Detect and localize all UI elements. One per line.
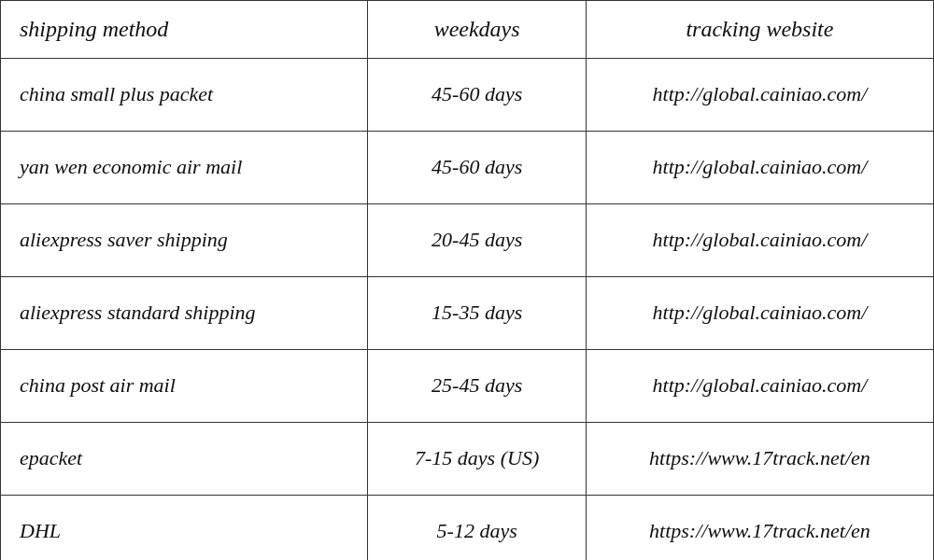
weekdays-cell: 15-35 days bbox=[368, 277, 586, 350]
weekdays-cell: 25-45 days bbox=[368, 350, 586, 423]
tracking-website-cell: https://www.17track.net/en bbox=[586, 423, 933, 496]
table-row: aliexpress saver shipping20-45 dayshttp:… bbox=[1, 204, 934, 277]
tracking-website-cell: http://global.cainiao.com/ bbox=[586, 277, 933, 350]
shipping-method-header: shipping method bbox=[1, 1, 368, 59]
weekdays-cell: 7-15 days (US) bbox=[368, 423, 586, 496]
shipping-method-cell: DHL bbox=[1, 496, 368, 561]
weekdays-cell: 45-60 days bbox=[368, 59, 586, 132]
tracking-website-header: tracking website bbox=[586, 1, 933, 59]
weekdays-header: weekdays bbox=[368, 1, 586, 59]
weekdays-cell: 45-60 days bbox=[368, 132, 586, 204]
table-row: aliexpress standard shipping15-35 daysht… bbox=[1, 277, 934, 350]
shipping-method-cell: yan wen economic air mail bbox=[1, 132, 368, 204]
tracking-website-cell: http://global.cainiao.com/ bbox=[586, 59, 933, 132]
table-row: yan wen economic air mail45-60 dayshttp:… bbox=[1, 132, 934, 204]
weekdays-cell: 5-12 days bbox=[368, 496, 586, 561]
tracking-website-cell: https://www.17track.net/en bbox=[586, 496, 933, 561]
table-header-row: shipping method weekdays tracking websit… bbox=[1, 1, 934, 59]
table-row: china post air mail25-45 dayshttp://glob… bbox=[1, 350, 934, 423]
shipping-method-cell: aliexpress standard shipping bbox=[1, 277, 368, 350]
shipping-method-cell: china small plus packet bbox=[1, 59, 368, 132]
table-row: DHL5-12 dayshttps://www.17track.net/en bbox=[1, 496, 934, 561]
table-row: epacket7-15 days (US)https://www.17track… bbox=[1, 423, 934, 496]
weekdays-cell: 20-45 days bbox=[368, 204, 586, 277]
shipping-table-container: shipping method weekdays tracking websit… bbox=[0, 0, 934, 560]
tracking-website-cell: http://global.cainiao.com/ bbox=[586, 350, 933, 423]
shipping-table: shipping method weekdays tracking websit… bbox=[0, 0, 934, 560]
tracking-website-cell: http://global.cainiao.com/ bbox=[586, 204, 933, 277]
shipping-method-cell: epacket bbox=[1, 423, 368, 496]
table-row: china small plus packet45-60 dayshttp://… bbox=[1, 59, 934, 132]
shipping-method-cell: china post air mail bbox=[1, 350, 368, 423]
shipping-method-cell: aliexpress saver shipping bbox=[1, 204, 368, 277]
tracking-website-cell: http://global.cainiao.com/ bbox=[586, 132, 933, 204]
